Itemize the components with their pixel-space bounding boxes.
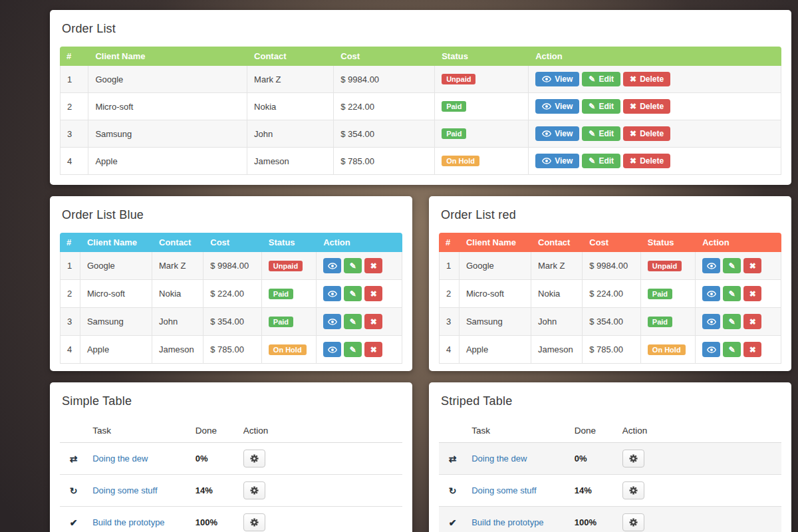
edit-button[interactable]: ✎ (723, 286, 741, 301)
status-badge: Paid (269, 317, 293, 327)
client-name: Micro-soft (80, 280, 152, 308)
action-cell: ✎✖ (696, 252, 781, 280)
delete-button[interactable]: ✖ (743, 258, 761, 273)
status-badge: Unpaid (442, 74, 475, 84)
contact-name: Nokia (247, 93, 334, 120)
panel-title: Simple Table (62, 394, 400, 408)
column-header: Contact (531, 233, 583, 252)
edit-button[interactable]: ✎Edit (582, 154, 620, 168)
edit-button[interactable]: ✎ (723, 258, 741, 273)
settings-button[interactable] (622, 481, 644, 499)
pencil-icon: ✎ (729, 262, 735, 270)
button-label: View (555, 156, 573, 166)
client-name: Samsung (460, 308, 531, 336)
edit-button[interactable]: ✎Edit (582, 72, 620, 86)
settings-button[interactable] (243, 513, 265, 531)
view-button[interactable]: View (535, 72, 579, 86)
task-link[interactable]: Build the prototype (471, 517, 543, 527)
status-badge: Paid (269, 289, 293, 299)
view-button[interactable]: View (535, 154, 579, 168)
delete-button[interactable]: ✖Delete (623, 99, 670, 114)
panel-title: Order List Blue (62, 208, 400, 222)
delete-button[interactable]: ✖ (743, 314, 761, 329)
table-row: 2Micro-softNokia$ 224.00Paid✎✖ (60, 280, 402, 308)
order-list-red-table: #Client NameContactCostStatusAction 1Goo… (439, 233, 781, 364)
button-label: View (555, 129, 573, 138)
edit-button[interactable]: ✎Edit (582, 126, 620, 141)
refresh-icon: ↻ (449, 485, 457, 496)
view-button[interactable]: View (535, 126, 579, 141)
table-row: 2Micro-softNokia$ 224.00Paid✎✖ (439, 280, 781, 308)
task-cell: Build the prototype (87, 507, 190, 532)
edit-button[interactable]: ✎ (344, 342, 362, 357)
eye-icon (542, 103, 551, 110)
button-label: Delete (640, 129, 664, 138)
table-row: ⇄Doing the dew0% (60, 443, 402, 475)
task-link[interactable]: Build the prototype (92, 517, 164, 527)
edit-button[interactable]: ✎ (723, 342, 741, 357)
table-row: 4AppleJameson$ 785.00On Hold✎✖ (439, 336, 781, 364)
button-label: View (555, 102, 573, 111)
edit-button[interactable]: ✎ (344, 286, 362, 301)
delete-button[interactable]: ✖Delete (623, 126, 670, 141)
delete-button[interactable]: ✖ (364, 314, 382, 329)
task-cell: Doing the dew (87, 443, 190, 475)
task-link[interactable]: Doing the dew (471, 454, 527, 464)
status-badge: On Hold (442, 156, 479, 166)
column-header: Contact (247, 47, 334, 66)
action-cell: ✎✖ (317, 252, 402, 280)
view-button[interactable] (323, 286, 341, 301)
status-cell: Unpaid (262, 252, 317, 280)
delete-button[interactable]: ✖ (743, 342, 761, 357)
view-button[interactable] (702, 258, 720, 273)
row-number: 4 (60, 336, 80, 364)
task-link[interactable]: Doing some stuff (471, 485, 536, 495)
delete-button[interactable]: ✖ (743, 286, 761, 301)
eye-icon (328, 291, 337, 297)
done-cell: 0% (190, 443, 238, 475)
settings-button[interactable] (622, 513, 644, 531)
view-button[interactable] (323, 314, 341, 329)
x-icon: ✖ (370, 346, 377, 354)
column-header: Status (435, 47, 529, 66)
contact-name: Mark Z (247, 66, 334, 93)
delete-button[interactable]: ✖Delete (623, 154, 670, 168)
status-cell: Paid (435, 93, 529, 120)
view-button[interactable]: View (535, 99, 579, 114)
x-icon: ✖ (749, 290, 756, 298)
delete-button[interactable]: ✖ (364, 258, 382, 273)
refresh-icon: ↻ (70, 485, 78, 496)
client-name: Google (460, 252, 531, 280)
edit-button[interactable]: ✎ (723, 314, 741, 329)
panel-title: Order List red (441, 208, 779, 222)
delete-button[interactable]: ✖ (364, 342, 382, 357)
view-button[interactable] (702, 342, 720, 357)
settings-button[interactable] (243, 481, 265, 499)
task-link[interactable]: Doing the dew (92, 454, 148, 464)
task-link[interactable]: Doing some stuff (92, 485, 157, 495)
status-badge: Paid (442, 101, 466, 112)
cost-value: $ 9984.00 (334, 66, 435, 93)
view-button[interactable] (702, 314, 720, 329)
delete-button[interactable]: ✖ (364, 286, 382, 301)
table-row: 1GoogleMark Z$ 9984.00Unpaid✎✖ (439, 252, 781, 280)
task-icon-cell: ↻ (60, 475, 87, 507)
done-percent: 14% (196, 485, 213, 495)
cost-value: $ 9984.00 (583, 252, 641, 280)
done-percent: 14% (575, 485, 592, 495)
view-button[interactable] (323, 342, 341, 357)
action-cell (238, 507, 402, 532)
done-cell: 14% (569, 475, 617, 507)
settings-button[interactable] (243, 450, 265, 467)
table-row: 2Micro-softNokia$ 224.00PaidView✎Edit✖De… (60, 93, 781, 120)
settings-button[interactable] (622, 450, 644, 467)
edit-button[interactable]: ✎ (344, 314, 362, 329)
status-cell: Paid (641, 308, 696, 336)
view-button[interactable] (323, 258, 341, 273)
edit-button[interactable]: ✎ (344, 258, 362, 273)
row-number: 4 (60, 148, 88, 175)
contact-name: Jameson (531, 336, 583, 364)
view-button[interactable] (702, 286, 720, 301)
edit-button[interactable]: ✎Edit (582, 99, 620, 114)
delete-button[interactable]: ✖Delete (623, 72, 670, 86)
